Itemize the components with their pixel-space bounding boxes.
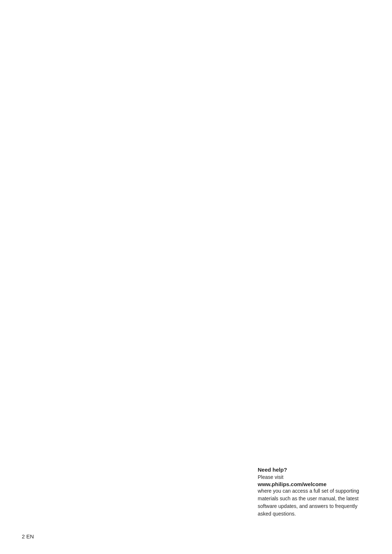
footer: 2 EN <box>22 533 34 539</box>
need-help-title: Need help? <box>258 467 370 473</box>
footer-lang-label: EN <box>26 533 34 539</box>
need-help-url: www.philips.com/welcome <box>258 481 370 487</box>
need-help-description: where you can access a full set of suppo… <box>258 487 370 518</box>
need-help-box: Need help? Please visit www.philips.com/… <box>258 467 370 518</box>
footer-page: 2 <box>22 533 25 539</box>
page-content <box>0 0 283 44</box>
need-help-visit: Please visit <box>258 473 370 481</box>
